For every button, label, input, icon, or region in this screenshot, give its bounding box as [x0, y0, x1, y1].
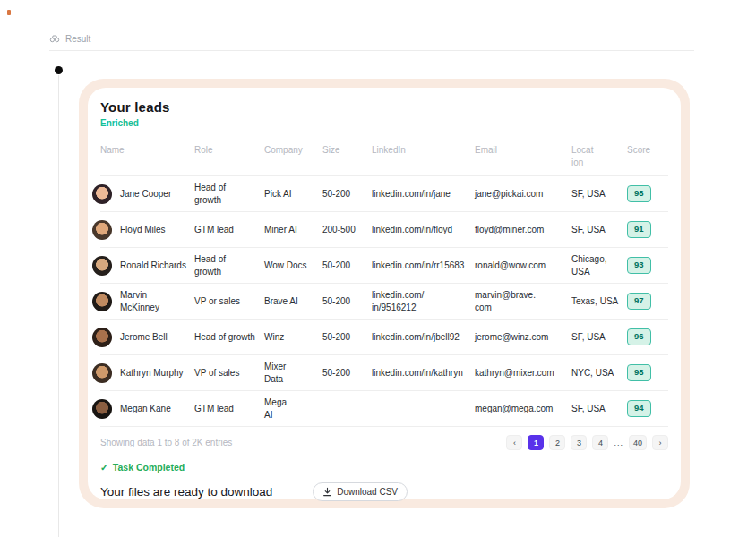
page-corner-mark	[7, 10, 11, 15]
screenshot-stage: Result Your leads Enriched Name Role Com…	[0, 0, 756, 537]
leads-table: Name Role Company Size LinkedIn Email Lo…	[100, 139, 668, 427]
lead-name: Marvin McKinney	[120, 289, 187, 313]
result-toolbar: Result	[49, 33, 694, 51]
lead-linkedin[interactable]: linkedin.com/ in/9516212	[372, 289, 475, 313]
download-csv-label: Download CSV	[337, 487, 398, 497]
binoculars-icon	[49, 33, 60, 44]
lead-name: Floyd Miles	[120, 224, 166, 236]
header-size: Size	[322, 144, 372, 157]
lead-name: Kathryn Murphy	[120, 367, 184, 379]
lead-name: Ronald Richards	[120, 260, 186, 272]
next-page-button[interactable]: ›	[652, 435, 668, 450]
header-location: Locat ion	[571, 144, 627, 168]
lead-size: 50-200	[322, 260, 372, 272]
table-header-row: Name Role Company Size LinkedIn Email Lo…	[100, 139, 668, 176]
lead-size: 200-500	[322, 224, 372, 236]
page-button-3[interactable]: 3	[571, 435, 587, 450]
lead-linkedin[interactable]: linkedin.com/in/floyd	[372, 224, 475, 236]
lead-linkedin[interactable]: linkedin.com/in/jbell92	[372, 331, 475, 344]
avatar	[92, 328, 112, 347]
header-name: Name	[100, 144, 194, 157]
score-badge: 98	[627, 364, 651, 381]
lead-location: SF, USA	[571, 331, 627, 344]
lead-company: Brave AI	[264, 295, 322, 308]
lead-email[interactable]: marvin@brave. com	[475, 289, 571, 313]
lead-location: SF, USA	[571, 188, 627, 200]
page-button-1[interactable]: 1	[528, 435, 544, 450]
lead-location: Chicago, USA	[571, 253, 627, 277]
avatar	[92, 292, 112, 311]
lead-email[interactable]: ronald@wow.com	[475, 260, 571, 272]
task-status-label: Task Completed	[113, 462, 185, 473]
lead-company: Miner AI	[264, 224, 322, 236]
download-csv-button[interactable]: Download CSV	[313, 482, 408, 501]
avatar	[92, 220, 112, 240]
leads-panel: Your leads Enriched Name Role Company Si…	[88, 88, 681, 499]
lead-size: 50-200	[322, 295, 372, 308]
lead-size: 50-200	[322, 331, 372, 344]
table-row: Kathryn Murphy VP of sales Mixer Data 50…	[100, 355, 668, 391]
table-row: Jerome Bell Head of growth Winz 50-200 l…	[100, 320, 668, 355]
lead-email[interactable]: floyd@miner.com	[475, 224, 571, 236]
lead-size: 50-200	[322, 188, 372, 200]
lead-name: Jerome Bell	[120, 331, 168, 344]
table-row: Marvin McKinney VP or sales Brave AI 50-…	[100, 284, 668, 320]
header-linkedin: LinkedIn	[372, 144, 475, 157]
ready-text: Your files are ready to download	[100, 485, 272, 499]
avatar	[92, 399, 112, 419]
result-card: Your leads Enriched Name Role Company Si…	[79, 79, 690, 508]
header-company: Company	[264, 144, 322, 157]
score-badge: 96	[627, 328, 651, 345]
header-role: Role	[194, 144, 264, 157]
task-status: ✓ Task Completed	[100, 462, 668, 473]
lead-size: 50-200	[322, 367, 372, 379]
page-button-4[interactable]: 4	[592, 435, 608, 450]
lead-company: Winz	[264, 331, 322, 344]
lead-name: Megan Kane	[120, 403, 171, 415]
lead-company: Mixer Data	[264, 361, 322, 385]
page-title: Your leads	[100, 99, 668, 115]
avatar	[92, 363, 112, 383]
lead-role: Head of growth	[194, 331, 264, 344]
score-badge: 93	[627, 257, 651, 274]
lead-name: Jane Cooper	[120, 188, 171, 200]
check-icon: ✓	[100, 462, 108, 473]
timeline-dot	[55, 66, 63, 74]
timeline-line	[58, 75, 59, 537]
lead-email[interactable]: megan@mega.com	[475, 403, 571, 415]
score-badge: 91	[627, 221, 651, 238]
header-score: Score	[627, 144, 668, 157]
lead-linkedin[interactable]: linkedin.com/in/jane	[372, 188, 475, 200]
page-button-40[interactable]: 40	[629, 435, 647, 450]
lead-linkedin[interactable]: linkedin.com/in/kathryn	[372, 367, 475, 379]
table-row: Megan Kane GTM lead Mega AI megan@mega.c…	[100, 391, 668, 427]
lead-role: GTM lead	[194, 224, 264, 236]
lead-role: VP of sales	[194, 367, 264, 379]
prev-page-button[interactable]: ‹	[506, 435, 522, 450]
lead-company: Mega AI	[264, 396, 322, 421]
download-icon	[322, 487, 332, 497]
lead-location: Texas, USA	[571, 295, 627, 308]
lead-location: NYC, USA	[571, 367, 627, 379]
result-label: Result	[65, 34, 90, 44]
lead-role: Head of growth	[194, 253, 264, 277]
table-row: Floyd Miles GTM lead Miner AI 200-500 li…	[100, 212, 668, 248]
score-badge: 97	[627, 293, 651, 310]
avatar	[92, 184, 112, 204]
lead-location: SF, USA	[571, 403, 627, 415]
avatar	[92, 256, 112, 276]
lead-company: Pick AI	[264, 188, 322, 200]
pagination-bar: Showing data 1 to 8 of 2K entries ‹ 1 2 …	[100, 435, 668, 450]
page-button-2[interactable]: 2	[549, 435, 565, 450]
header-email: Email	[475, 144, 571, 157]
lead-linkedin[interactable]: linkedin.com/in/rr15683	[372, 260, 475, 272]
lead-email[interactable]: jerome@winz.com	[475, 331, 571, 344]
table-row: Jane Cooper Head of growth Pick AI 50-20…	[100, 176, 668, 212]
pagination-summary: Showing data 1 to 8 of 2K entries	[100, 438, 232, 448]
lead-email[interactable]: kathryn@mixer.com	[475, 367, 571, 379]
download-section: Your files are ready to download Downloa…	[100, 482, 668, 501]
lead-role: GTM lead	[194, 403, 264, 415]
lead-email[interactable]: jane@pickai.com	[475, 188, 571, 200]
table-row: Ronald Richards Head of growth Wow Docs …	[100, 248, 668, 284]
lead-role: Head of growth	[194, 182, 264, 206]
